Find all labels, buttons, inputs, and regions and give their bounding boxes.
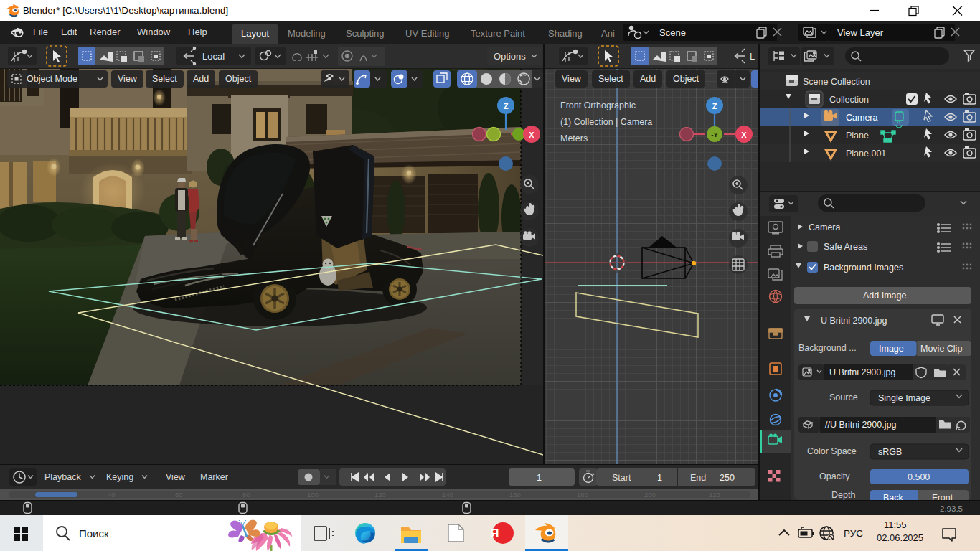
svg-text:40: 40 <box>108 491 116 499</box>
svg-text:220: 220 <box>709 491 720 499</box>
svg-text:Movie Clip: Movie Clip <box>920 344 962 354</box>
svg-text:180: 180 <box>577 491 588 499</box>
svg-text:Keying: Keying <box>106 472 133 482</box>
svg-text:Source: Source <box>829 392 858 402</box>
svg-text:1: 1 <box>657 473 662 483</box>
svg-text:250: 250 <box>720 473 735 483</box>
svg-text:80: 80 <box>242 491 250 499</box>
svg-text:View: View <box>166 472 186 482</box>
svg-text:End: End <box>690 473 706 483</box>
svg-text:Single Image: Single Image <box>878 393 930 403</box>
svg-text:X: X <box>529 131 534 139</box>
svg-text:Opacity: Opacity <box>819 471 850 481</box>
svg-text:Playback: Playback <box>44 472 81 482</box>
svg-text:Image: Image <box>879 344 904 354</box>
svg-text:Add Image: Add Image <box>863 291 907 301</box>
svg-text:Background ...: Background ... <box>798 343 857 353</box>
svg-text:Z: Z <box>504 102 509 110</box>
svg-text:Plane: Plane <box>846 131 869 141</box>
svg-text:Safe Areas: Safe Areas <box>824 242 867 252</box>
svg-text:160: 160 <box>509 491 521 499</box>
svg-text:Collection: Collection <box>829 95 869 105</box>
svg-text:100: 100 <box>307 491 319 499</box>
svg-text:Camera: Camera <box>809 222 841 232</box>
svg-text:120: 120 <box>374 491 386 499</box>
svg-text:Z: Z <box>712 102 717 110</box>
svg-text:Color Space: Color Space <box>807 446 857 456</box>
svg-text:Options: Options <box>494 51 526 62</box>
svg-text:Поиск: Поиск <box>79 527 109 540</box>
svg-text:Front: Front <box>932 493 953 500</box>
svg-text:Meters: Meters <box>560 133 588 143</box>
svg-text:Marker: Marker <box>200 472 228 482</box>
svg-text:Local: Local <box>202 51 225 62</box>
svg-text:R: R <box>490 527 499 540</box>
svg-text:1: 1 <box>537 473 542 483</box>
svg-text:View Layer: View Layer <box>837 27 884 38</box>
svg-text://U Britni 2900.jpg: //U Britni 2900.jpg <box>825 420 896 430</box>
svg-text:Scene: Scene <box>659 27 686 38</box>
svg-text:sRGB: sRGB <box>878 447 902 457</box>
svg-text:Scene Collection: Scene Collection <box>803 77 870 87</box>
svg-text:X: X <box>741 131 747 139</box>
svg-text:(1) Collection | Camera: (1) Collection | Camera <box>560 117 652 127</box>
svg-text:Start: Start <box>612 473 631 483</box>
svg-text:Back: Back <box>883 493 904 500</box>
svg-text:02.06.2025: 02.06.2025 <box>877 532 923 543</box>
svg-text:11:55: 11:55 <box>884 519 907 530</box>
svg-text:60: 60 <box>175 491 183 499</box>
svg-text:Front Orthographic: Front Orthographic <box>560 100 636 110</box>
svg-text:РУС: РУС <box>844 528 863 539</box>
svg-text:Depth: Depth <box>831 490 855 500</box>
svg-text:2.93.5: 2.93.5 <box>940 504 963 513</box>
svg-text:Background Images: Background Images <box>824 263 903 273</box>
svg-text:200: 200 <box>644 491 656 499</box>
svg-text:U Britni 2900.jpg: U Britni 2900.jpg <box>829 367 895 377</box>
svg-text:140: 140 <box>442 491 453 499</box>
svg-text:-Y: -Y <box>711 131 718 138</box>
svg-text:U Britni 2900.jpg: U Britni 2900.jpg <box>821 316 887 326</box>
svg-text:Camera: Camera <box>846 113 878 123</box>
svg-text:Plane.001: Plane.001 <box>846 149 886 159</box>
svg-text:0.500: 0.500 <box>908 472 930 482</box>
svg-text:L: L <box>750 51 755 62</box>
